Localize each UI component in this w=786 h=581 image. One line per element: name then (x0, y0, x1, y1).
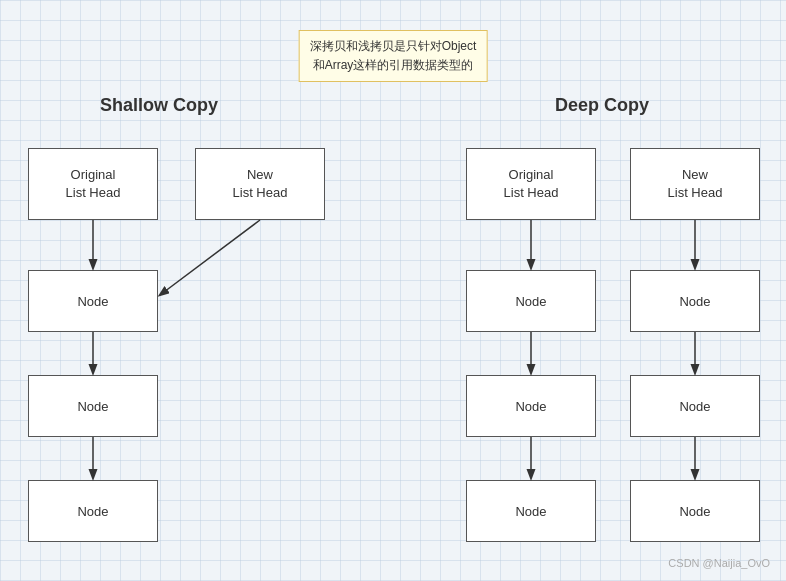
deep-new-node2: Node (630, 375, 760, 437)
deep-orig-node2: Node (466, 375, 596, 437)
svg-line-3 (160, 220, 260, 295)
shallow-node1: Node (28, 270, 158, 332)
deep-orig-node1: Node (466, 270, 596, 332)
deep-orig-node3: Node (466, 480, 596, 542)
shallow-node2: Node (28, 375, 158, 437)
tooltip-box: 深拷贝和浅拷贝是只针对Object 和Array这样的引用数据类型的 (299, 30, 488, 82)
shallow-original-head: Original List Head (28, 148, 158, 220)
deep-new-head: New List Head (630, 148, 760, 220)
shallow-copy-title: Shallow Copy (100, 95, 218, 116)
tooltip-line1: 深拷贝和浅拷贝是只针对Object (310, 39, 477, 53)
shallow-node3: Node (28, 480, 158, 542)
tooltip-line2: 和Array这样的引用数据类型的 (313, 58, 474, 72)
deep-copy-title: Deep Copy (555, 95, 649, 116)
watermark: CSDN @Naijia_OvO (668, 557, 770, 569)
shallow-new-head: New List Head (195, 148, 325, 220)
deep-new-node1: Node (630, 270, 760, 332)
deep-original-head: Original List Head (466, 148, 596, 220)
deep-new-node3: Node (630, 480, 760, 542)
